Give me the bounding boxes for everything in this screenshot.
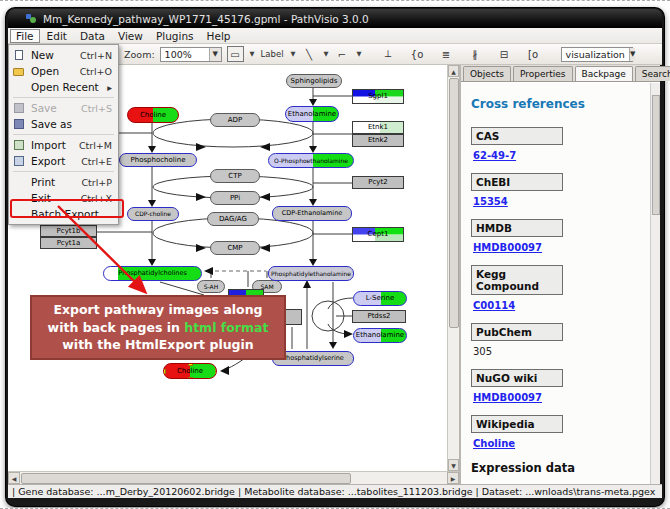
scrollbar-thumb[interactable] bbox=[652, 95, 660, 215]
node-phosphocholine[interactable]: Phosphocholine bbox=[119, 153, 197, 167]
node-ppi[interactable]: PPi bbox=[210, 191, 260, 205]
node-sphingolipids[interactable]: Sphingolipids bbox=[286, 74, 342, 88]
menu-item-label: Save bbox=[31, 102, 75, 114]
tab-properties[interactable]: Properties bbox=[513, 66, 572, 81]
file-menu-item-save-as[interactable]: Save as bbox=[9, 116, 118, 132]
line-tool-button[interactable]: ╲ bbox=[301, 46, 318, 62]
chevron-down-icon[interactable]: ▼ bbox=[291, 50, 296, 58]
node-choline-top[interactable]: Choline bbox=[127, 107, 179, 123]
file-menu-item-export[interactable]: ExportCtrl+E bbox=[9, 153, 118, 169]
menu-edit[interactable]: Edit bbox=[41, 29, 73, 43]
node-ethanolamine-bottom[interactable]: Ethanolamine bbox=[353, 328, 407, 343]
node-l-serine[interactable]: L-Serine bbox=[353, 291, 407, 306]
menu-item-label: Open bbox=[31, 65, 74, 77]
node-label: PPi bbox=[230, 195, 240, 202]
selection-handle[interactable] bbox=[188, 363, 193, 366]
node-pcyt2[interactable]: Pcyt2 bbox=[352, 176, 404, 189]
scrollbar-thumb[interactable] bbox=[449, 78, 459, 328]
file-menu-item-new[interactable]: NewCtrl+N bbox=[9, 47, 118, 63]
distribute-icon[interactable]: ∦ bbox=[467, 46, 484, 62]
chevron-down-icon[interactable]: ▼ bbox=[629, 48, 635, 61]
node-cdp-ethanolamine[interactable]: CDP-Ethanolamine bbox=[272, 206, 352, 221]
node-adp[interactable]: ADP bbox=[210, 113, 260, 127]
gene-tool-button[interactable]: ▭ bbox=[227, 46, 244, 62]
node-ptdss2[interactable]: Ptdss2 bbox=[352, 310, 406, 323]
node-s-ah[interactable]: S-AH bbox=[197, 280, 225, 293]
zoom-combobox[interactable]: 100% ▼ bbox=[160, 47, 222, 62]
menu-help[interactable]: Help bbox=[201, 29, 237, 43]
scale-icon[interactable]: ⊟ bbox=[496, 46, 513, 62]
rotate-icon[interactable]: {o bbox=[409, 46, 426, 62]
node-pcyt1a[interactable]: Pcyt1a bbox=[40, 237, 97, 249]
node-sgpl1[interactable]: Sgpl1 bbox=[352, 89, 404, 104]
sidebar-scrollbar[interactable] bbox=[650, 83, 660, 484]
menu-view[interactable]: View bbox=[112, 29, 149, 43]
ref-link[interactable]: HMDB00097 bbox=[473, 392, 650, 403]
canvas-vertical-scrollbar[interactable]: ▲ ▼ bbox=[447, 65, 459, 471]
annotation-highlight: html format bbox=[184, 320, 268, 335]
canvas-horizontal-scrollbar[interactable]: ◀ ▶ bbox=[8, 471, 459, 484]
node-etnk2[interactable]: Etnk2 bbox=[352, 134, 404, 147]
stamp-icon[interactable]: ⟂ bbox=[380, 46, 397, 62]
scroll-left-icon[interactable]: ◀ bbox=[8, 472, 20, 484]
node-ethanolamine-top[interactable]: Ethanolamine bbox=[285, 106, 339, 122]
screenshot: Mm_Kennedy_pathway_WP1771_45176.gpml - P… bbox=[0, 0, 670, 509]
ref-link[interactable]: 62-49-7 bbox=[473, 150, 650, 161]
new-document-icon bbox=[13, 50, 27, 61]
page-setup-icon[interactable]: [o bbox=[525, 46, 542, 62]
node-label: CDP-choline bbox=[135, 211, 171, 217]
title-bar: Mm_Kennedy_pathway_WP1771_45176.gpml - P… bbox=[8, 9, 662, 28]
menu-item-label: Import bbox=[31, 139, 73, 151]
scroll-right-icon[interactable]: ▶ bbox=[447, 472, 459, 484]
tab-backpage[interactable]: Backpage bbox=[575, 66, 633, 81]
selection-handle[interactable] bbox=[163, 369, 166, 374]
tab-search[interactable]: Search bbox=[635, 66, 670, 81]
node-label: CDP-Ethanolamine bbox=[282, 210, 343, 217]
menu-file[interactable]: File bbox=[10, 29, 40, 43]
node-phosphatidylethanolamine[interactable]: Phosphatidylethanolamine bbox=[268, 266, 354, 281]
connector-tool-button[interactable]: ⌐ bbox=[334, 46, 351, 62]
file-menu-item-open[interactable]: OpenCtrl+O bbox=[9, 63, 118, 79]
scrollbar-thumb[interactable] bbox=[21, 473, 351, 484]
file-menu-item-open-recent[interactable]: Open Recent▸ bbox=[9, 79, 118, 95]
node-cdp-choline[interactable]: CDP-choline bbox=[127, 207, 179, 221]
chevron-down-icon[interactable]: ▼ bbox=[209, 48, 221, 61]
app-icon bbox=[26, 13, 37, 24]
menu-item-label: Export bbox=[31, 155, 75, 167]
visualization-combobox[interactable]: visualization ▼ bbox=[561, 47, 633, 62]
node-choline-selected[interactable]: Choline bbox=[163, 363, 217, 379]
scroll-up-icon[interactable]: ▲ bbox=[448, 65, 459, 77]
node-label: Phosphocholine bbox=[131, 157, 186, 164]
ref-link[interactable]: 15354 bbox=[473, 196, 650, 207]
menu-item-label: Open Recent bbox=[31, 81, 101, 93]
stack-icon[interactable]: ≣ bbox=[438, 46, 455, 62]
node-label: Ethanolamine bbox=[356, 332, 404, 339]
tab-objects[interactable]: Objects bbox=[463, 66, 511, 81]
ref-header-wikipedia: Wikipedia bbox=[471, 415, 563, 433]
label-tool-button[interactable]: Label bbox=[260, 46, 285, 62]
chevron-down-icon[interactable]: ▼ bbox=[324, 50, 329, 58]
menu-plugins[interactable]: Plugins bbox=[150, 29, 200, 43]
scroll-down-icon[interactable]: ▼ bbox=[448, 459, 459, 471]
file-menu-item-import[interactable]: ImportCtrl+M bbox=[9, 137, 118, 153]
annotation-text: with the HtmlExport plugin bbox=[62, 337, 253, 352]
node-pcyt1b[interactable]: Pcyt1b bbox=[40, 225, 97, 237]
chevron-down-icon[interactable]: ▼ bbox=[250, 50, 255, 58]
node-ctp[interactable]: CTP bbox=[210, 169, 260, 183]
ref-link[interactable]: C00114 bbox=[473, 300, 650, 311]
node-phosphatidylcholines[interactable]: Phosphatidylcholines bbox=[103, 266, 202, 281]
node-o-phosphoethanolamine[interactable]: O-Phosphoethanolamine bbox=[268, 153, 354, 168]
node-dag[interactable]: DAG/AG bbox=[207, 212, 259, 226]
node-cept1[interactable]: Cept1 bbox=[352, 227, 404, 242]
node-etnk1[interactable]: Etnk1 bbox=[352, 121, 404, 134]
menu-item-shortcut: Ctrl+P bbox=[81, 177, 112, 188]
file-menu-item-print[interactable]: PrintCtrl+P bbox=[9, 174, 118, 190]
import-icon bbox=[13, 140, 27, 151]
selection-handle[interactable] bbox=[188, 377, 193, 379]
node-cmp[interactable]: CMP bbox=[210, 241, 260, 255]
file-menu-item-save[interactable]: SaveCtrl+S bbox=[9, 100, 118, 116]
chevron-down-icon[interactable]: ▼ bbox=[357, 50, 362, 58]
ref-link[interactable]: HMDB00097 bbox=[473, 242, 650, 253]
menu-data[interactable]: Data bbox=[74, 29, 111, 43]
ref-link[interactable]: Choline bbox=[473, 438, 650, 449]
